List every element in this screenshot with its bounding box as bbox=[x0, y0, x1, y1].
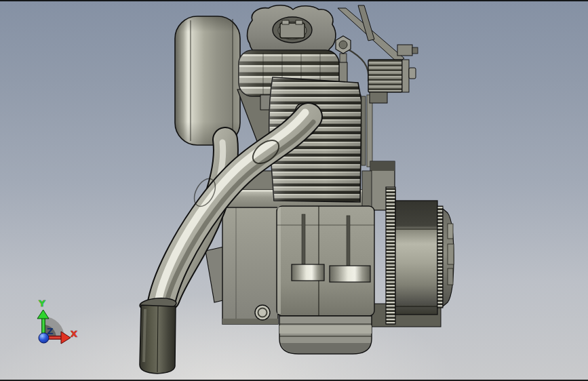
exhaust-tip[interactable] bbox=[139, 297, 176, 374]
origin-triad: Z Y X bbox=[37, 298, 77, 344]
starter-gear-ring[interactable] bbox=[386, 187, 395, 324]
cad-scene: Z Y X bbox=[0, 0, 588, 381]
mounting-lugs[interactable] bbox=[292, 264, 370, 282]
viewport[interactable]: Z Y X bbox=[0, 0, 588, 381]
window-edge-top bbox=[0, 0, 588, 1]
drain-bolt[interactable] bbox=[255, 305, 270, 320]
oil-filler-plug[interactable] bbox=[280, 20, 305, 38]
carburetor-bracket[interactable] bbox=[338, 5, 418, 62]
starter-drum[interactable] bbox=[395, 201, 437, 315]
crankcase[interactable] bbox=[277, 206, 374, 316]
oil-sump[interactable] bbox=[279, 316, 372, 354]
rear-end-cap[interactable] bbox=[437, 206, 454, 308]
origin-sphere bbox=[39, 333, 49, 343]
muffler-canister[interactable] bbox=[175, 16, 240, 145]
carburetor[interactable] bbox=[368, 60, 416, 103]
x-axis-label: X bbox=[71, 329, 77, 339]
crankcase-front-mount[interactable] bbox=[222, 207, 278, 324]
case-slot bbox=[347, 216, 350, 266]
engine-model[interactable] bbox=[139, 5, 454, 374]
case-slot bbox=[302, 214, 305, 264]
pushrod-tubes[interactable] bbox=[361, 95, 372, 167]
y-axis-label: Y bbox=[38, 298, 45, 308]
